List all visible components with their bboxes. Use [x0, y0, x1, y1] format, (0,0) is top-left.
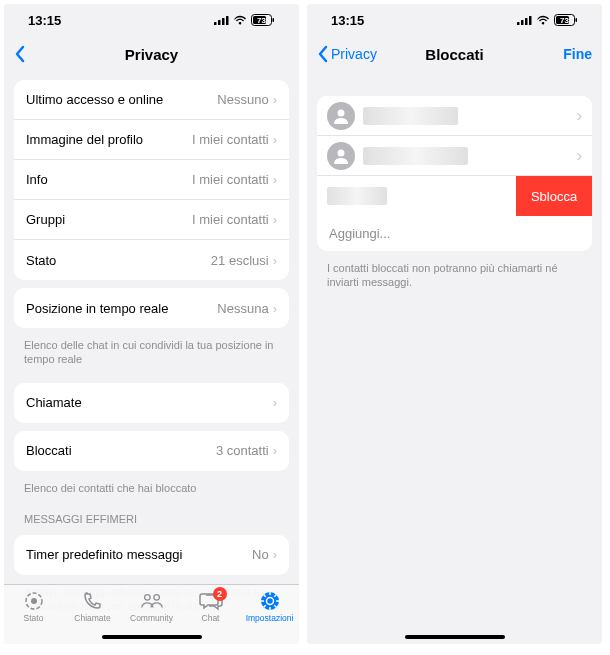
battery-icon: 73	[251, 14, 275, 26]
chevron-right-icon: ›	[273, 92, 277, 107]
chevron-right-icon: ›	[273, 253, 277, 268]
privacy-screen: 13:15 73 Privacy Ultimo accesso e online…	[4, 4, 299, 644]
chevron-right-icon: ›	[273, 547, 277, 562]
tab-impostazioni[interactable]: Impostazioni	[240, 589, 299, 623]
status-indicators: 73	[214, 14, 275, 26]
status-bar: 13:15 73	[4, 4, 299, 36]
chat-icon: 2	[199, 589, 223, 613]
signal-icon	[214, 15, 229, 25]
svg-rect-23	[521, 20, 524, 25]
group-calls: Chiamate›	[14, 383, 289, 423]
row-calls[interactable]: Chiamate›	[14, 383, 289, 423]
chat-badge: 2	[213, 587, 227, 601]
tab-chat[interactable]: 2 Chat	[181, 589, 240, 623]
blocked-contact-row[interactable]: ›	[317, 96, 592, 136]
blocked-contact-row[interactable]: ›	[317, 136, 592, 176]
tab-chiamate[interactable]: Chiamate	[63, 589, 122, 623]
svg-rect-6	[273, 18, 275, 22]
svg-point-9	[31, 598, 37, 604]
avatar	[327, 102, 355, 130]
row-last-seen[interactable]: Ultimo accesso e onlineNessuno›	[14, 80, 289, 120]
svg-rect-22	[517, 22, 520, 25]
status-icon	[22, 589, 46, 613]
svg-rect-1	[218, 20, 221, 25]
svg-rect-0	[214, 22, 217, 25]
back-button[interactable]: Privacy	[317, 45, 377, 63]
chevron-right-icon: ›	[273, 443, 277, 458]
unblock-button[interactable]: Sblocca	[516, 176, 592, 216]
header-ephemeral: MESSAGGI EFFIMERI	[4, 503, 299, 527]
status-time: 13:15	[28, 13, 61, 28]
chevron-right-icon: ›	[273, 212, 277, 227]
svg-text:73: 73	[257, 16, 266, 25]
chevron-right-icon: ›	[577, 147, 582, 165]
row-profile-photo[interactable]: Immagine del profiloI miei contatti›	[14, 120, 289, 160]
content-scroll[interactable]: Ultimo accesso e onlineNessuno› Immagine…	[4, 72, 299, 627]
redacted-name	[363, 147, 468, 165]
footer-location: Elenco delle chat in cui condividi la tu…	[4, 336, 299, 375]
chevron-right-icon: ›	[273, 301, 277, 316]
phone-icon	[81, 589, 105, 613]
wifi-icon	[233, 15, 247, 25]
group-visibility: Ultimo accesso e onlineNessuno› Immagine…	[14, 80, 289, 280]
wifi-icon	[536, 15, 550, 25]
footer-blocked-desc: I contatti bloccati non potranno più chi…	[307, 259, 602, 298]
status-bar: 13:15 73	[307, 4, 602, 36]
tab-stato[interactable]: Stato	[4, 589, 63, 623]
svg-point-30	[338, 109, 345, 116]
home-indicator[interactable]	[102, 635, 202, 639]
svg-point-10	[144, 595, 150, 601]
row-groups[interactable]: GruppiI miei contatti›	[14, 200, 289, 240]
community-icon	[140, 589, 164, 613]
group-ephemeral: Timer predefinito messaggiNo›	[14, 535, 289, 575]
chevron-right-icon: ›	[577, 107, 582, 125]
signal-icon	[517, 15, 532, 25]
add-contact-row[interactable]: Aggiungi...	[317, 216, 592, 251]
svg-point-31	[338, 149, 345, 156]
nav-bar: Privacy Bloccati Fine	[307, 36, 602, 72]
chevron-right-icon: ›	[273, 172, 277, 187]
svg-rect-2	[222, 18, 225, 25]
row-info[interactable]: InfoI miei contatti›	[14, 160, 289, 200]
group-location: Posizione in tempo realeNessuna›	[14, 288, 289, 328]
row-blocked[interactable]: Bloccati3 contatti›	[14, 431, 289, 471]
status-indicators: 73	[517, 14, 578, 26]
avatar	[327, 142, 355, 170]
gear-icon	[258, 589, 282, 613]
blocked-contact-swiped[interactable]: Sblocca	[317, 176, 592, 216]
row-status[interactable]: Stato21 esclusi›	[14, 240, 289, 280]
chevron-right-icon: ›	[273, 132, 277, 147]
back-button[interactable]	[14, 45, 74, 63]
group-blocked: Bloccati3 contatti›	[14, 431, 289, 471]
svg-rect-24	[525, 18, 528, 25]
svg-text:73: 73	[560, 16, 569, 25]
redacted-name	[363, 107, 458, 125]
nav-title: Privacy	[125, 46, 178, 63]
done-button[interactable]: Fine	[542, 46, 592, 62]
status-time: 13:15	[331, 13, 364, 28]
blocked-list: › › Sblocca Aggiungi...	[317, 96, 592, 251]
chevron-left-icon	[317, 45, 328, 63]
nav-bar: Privacy	[4, 36, 299, 72]
chevron-right-icon: ›	[273, 395, 277, 410]
row-timer[interactable]: Timer predefinito messaggiNo›	[14, 535, 289, 575]
svg-rect-3	[226, 16, 229, 25]
chevron-left-icon	[14, 45, 25, 63]
svg-point-11	[153, 595, 159, 601]
row-live-location[interactable]: Posizione in tempo realeNessuna›	[14, 288, 289, 328]
content-scroll[interactable]: › › Sblocca Aggiungi... I contatti blocc…	[307, 72, 602, 627]
svg-rect-25	[529, 16, 532, 25]
redacted-name	[327, 187, 387, 205]
blocked-screen: 13:15 73 Privacy Bloccati Fine › ›	[307, 4, 602, 644]
footer-blocked: Elenco dei contatti che hai bloccato	[4, 479, 299, 503]
battery-icon: 73	[554, 14, 578, 26]
tab-community[interactable]: Community	[122, 589, 181, 623]
nav-title: Bloccati	[425, 46, 483, 63]
svg-rect-28	[576, 18, 578, 22]
home-indicator[interactable]	[405, 635, 505, 639]
